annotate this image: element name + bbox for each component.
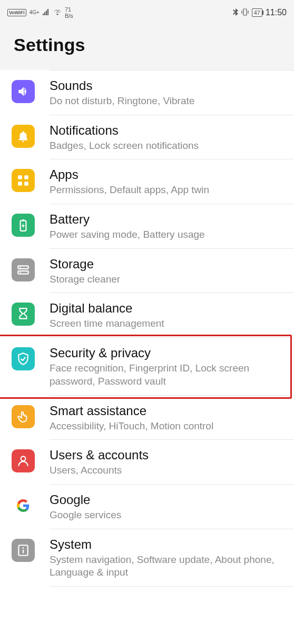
svg-rect-0 — [243, 9, 247, 15]
wifi-icon — [53, 8, 62, 17]
item-texts: Smart assistanceAccessibility, HiTouch, … — [50, 403, 286, 433]
shield-icon — [12, 347, 35, 370]
settings-item-smart-assistance[interactable]: Smart assistanceAccessibility, HiTouch, … — [0, 396, 294, 440]
google-icon — [12, 494, 35, 517]
settings-item-system[interactable]: SystemSystem navigation, Software update… — [0, 529, 294, 587]
item-texts: Users & accountsUsers, Accounts — [50, 447, 286, 477]
item-texts: NotificationsBadges, Lock screen notific… — [50, 123, 286, 153]
settings-item-battery[interactable]: BatteryPower saving mode, Battery usage — [0, 204, 294, 249]
settings-list[interactable]: SoundsDo not disturb, Ringtone, VibrateN… — [0, 71, 294, 587]
item-title: Digital balance — [50, 300, 282, 316]
svg-point-11 — [21, 457, 26, 461]
item-texts: BatteryPower saving mode, Battery usage — [50, 212, 286, 242]
svg-point-9 — [20, 267, 21, 268]
settings-item-apps[interactable]: AppsPermissions, Default apps, App twin — [0, 159, 294, 204]
vibrate-icon — [241, 8, 249, 17]
item-title: System — [50, 537, 282, 552]
item-texts: Security & privacyFace recognition, Fing… — [50, 345, 286, 388]
item-title: Users & accounts — [50, 447, 282, 463]
speed-value: 71 — [65, 6, 73, 13]
item-subtitle: System navigation, Software update, Abou… — [50, 554, 282, 579]
item-texts: Digital balanceScreen time management — [50, 300, 286, 330]
settings-item-digital-balance[interactable]: Digital balanceScreen time management — [0, 293, 294, 338]
item-subtitle: Users, Accounts — [50, 464, 282, 477]
item-title: Smart assistance — [50, 403, 282, 419]
hourglass-icon — [12, 303, 35, 326]
sound-icon — [12, 80, 35, 103]
item-title: Google — [50, 492, 282, 508]
item-title: Security & privacy — [50, 345, 282, 361]
info-icon — [12, 539, 35, 562]
settings-item-google[interactable]: GoogleGoogle services — [0, 485, 294, 529]
item-subtitle: Face recognition, Fingerprint ID, Lock s… — [50, 362, 282, 388]
signal-icon — [43, 8, 50, 17]
item-subtitle: Accessibility, HiTouch, Motion control — [50, 420, 282, 433]
item-title: Storage — [50, 256, 282, 272]
vowifi-badge: VoWiFi — [7, 9, 26, 16]
item-title: Apps — [50, 167, 282, 183]
hand-icon — [12, 405, 35, 428]
list-divider — [50, 586, 294, 587]
settings-item-sounds[interactable]: SoundsDo not disturb, Ringtone, Vibrate — [0, 71, 294, 115]
svg-rect-3 — [18, 182, 22, 186]
svg-point-10 — [20, 272, 21, 273]
svg-rect-14 — [23, 549, 24, 553]
battery-icon — [12, 214, 35, 237]
item-title: Sounds — [50, 78, 282, 94]
speed-unit: B/s — [65, 13, 73, 19]
storage-icon — [12, 258, 35, 281]
svg-rect-6 — [22, 219, 24, 220]
bluetooth-icon — [233, 8, 238, 17]
svg-rect-7 — [18, 266, 28, 268]
settings-item-notifications[interactable]: NotificationsBadges, Lock screen notific… — [0, 115, 294, 160]
item-subtitle: Power saving mode, Battery usage — [50, 228, 282, 242]
battery-indicator: 47 — [252, 8, 262, 17]
settings-item-storage[interactable]: StorageStorage cleaner — [0, 249, 294, 294]
item-texts: GoogleGoogle services — [50, 492, 286, 522]
item-texts: SoundsDo not disturb, Ringtone, Vibrate — [50, 78, 286, 108]
bell-icon — [12, 125, 35, 148]
item-texts: StorageStorage cleaner — [50, 256, 286, 286]
svg-rect-2 — [24, 176, 28, 180]
item-subtitle: Google services — [50, 509, 282, 522]
status-bar: VoWiFi 4G+ 71 B/s 47 11:50 — [0, 0, 294, 25]
item-subtitle: Badges, Lock screen notifications — [50, 139, 282, 153]
settings-item-users-accounts[interactable]: Users & accountsUsers, Accounts — [0, 440, 294, 485]
item-subtitle: Screen time management — [50, 317, 282, 330]
svg-rect-1 — [18, 176, 22, 180]
svg-point-13 — [23, 547, 24, 549]
item-title: Battery — [50, 212, 282, 227]
svg-rect-4 — [24, 182, 28, 186]
network-speed: 71 B/s — [65, 6, 73, 19]
item-subtitle: Storage cleaner — [50, 273, 282, 286]
page-header: Settings — [0, 25, 294, 70]
user-icon — [12, 449, 35, 472]
page-title: Settings — [14, 35, 280, 55]
clock: 11:50 — [266, 8, 287, 17]
apps-icon — [12, 169, 35, 192]
item-title: Notifications — [50, 123, 282, 138]
svg-rect-8 — [18, 271, 28, 274]
item-texts: AppsPermissions, Default apps, App twin — [50, 167, 286, 197]
settings-item-security-privacy[interactable]: Security & privacyFace recognition, Fing… — [0, 338, 294, 395]
status-left: VoWiFi 4G+ 71 B/s — [7, 6, 73, 19]
status-right: 47 11:50 — [233, 8, 287, 17]
item-subtitle: Permissions, Default apps, App twin — [50, 184, 282, 197]
item-texts: SystemSystem navigation, Software update… — [50, 537, 286, 579]
network-type: 4G+ — [30, 10, 40, 15]
item-subtitle: Do not disturb, Ringtone, Vibrate — [50, 95, 282, 108]
